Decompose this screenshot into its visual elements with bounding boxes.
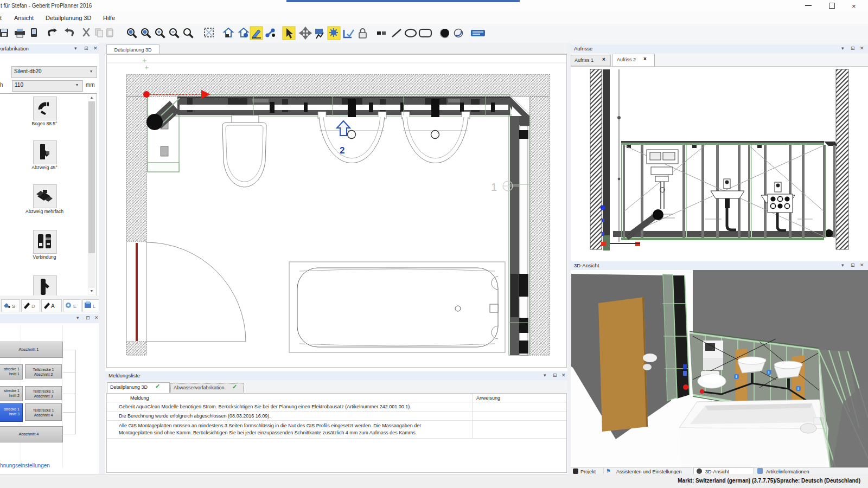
svg-text:A: A <box>51 303 55 309</box>
svg-text:i: i <box>768 370 769 375</box>
svg-text:2: 2 <box>340 145 344 156</box>
svg-text:S: S <box>12 304 15 309</box>
svg-text:L: L <box>93 304 95 309</box>
svg-text:E: E <box>73 304 76 309</box>
svg-text:1: 1 <box>491 181 497 193</box>
svg-text:D: D <box>31 304 35 309</box>
svg-text:i: i <box>797 386 799 391</box>
svg-text:i: i <box>736 374 737 379</box>
